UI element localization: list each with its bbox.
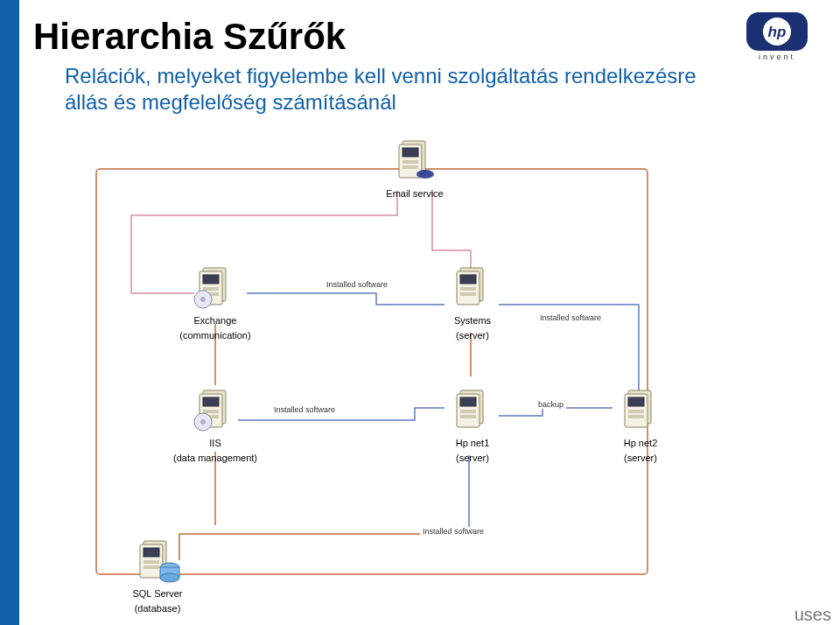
node-hpnet1: Hp net1 (server) <box>411 385 534 464</box>
node-exchange: Exchange (communication) <box>154 263 276 341</box>
left-bar <box>0 0 19 625</box>
node-label-1: Hp net2 <box>579 438 702 449</box>
hp-logo-subtext: invent <box>737 53 817 61</box>
bottom-cut-word: uses <box>794 605 831 625</box>
server-icon <box>448 385 497 434</box>
svg-point-28 <box>200 419 206 425</box>
svg-rect-12 <box>203 275 219 284</box>
svg-rect-3 <box>96 169 648 574</box>
svg-rect-41 <box>144 548 159 557</box>
hp-logo-block: hp invent <box>737 12 817 72</box>
node-sql: SQL Server (database) <box>96 536 219 614</box>
svg-text:hp: hp <box>768 24 787 40</box>
node-label-2: (communication) <box>154 330 276 341</box>
page-subtitle: Relációk, melyeket figyelembe kell venni… <box>65 63 730 116</box>
edge-label-installed-3: Installed software <box>271 405 338 414</box>
node-label-2: (data management) <box>154 453 276 464</box>
svg-rect-36 <box>628 397 644 406</box>
node-label-1: Exchange <box>154 315 276 327</box>
hp-logo-icon: hp <box>746 12 808 51</box>
server-icon <box>616 385 665 434</box>
node-hpnet2: Hp net2 (server) <box>579 385 702 464</box>
svg-rect-19 <box>460 275 476 284</box>
svg-point-16 <box>200 297 206 302</box>
node-label-1: IIS <box>154 438 276 449</box>
server-icon <box>448 263 497 312</box>
server-with-disc-icon <box>191 263 240 312</box>
svg-point-9 <box>416 170 434 179</box>
svg-rect-6 <box>402 148 418 157</box>
node-label-2: (database) <box>96 603 219 614</box>
svg-rect-7 <box>402 160 418 164</box>
node-label-1: Systems <box>411 315 534 327</box>
svg-rect-25 <box>203 410 219 413</box>
svg-rect-37 <box>628 410 644 413</box>
node-label-1: SQL Server <box>96 588 219 600</box>
svg-rect-42 <box>144 560 159 564</box>
svg-rect-33 <box>460 415 476 418</box>
node-iis: IIS (data management) <box>154 385 276 464</box>
edge-label-installed-1: Installed software <box>324 280 390 289</box>
node-label: Email service <box>354 188 476 200</box>
node-systems: Systems (server) <box>411 263 534 341</box>
svg-rect-24 <box>203 397 219 406</box>
svg-rect-31 <box>460 397 476 406</box>
edge-label-backup: backup <box>536 400 566 409</box>
svg-rect-43 <box>144 565 159 569</box>
edge-label-installed-2: Installed software <box>537 313 604 322</box>
server-with-db-icon <box>130 536 186 585</box>
svg-rect-21 <box>460 292 476 296</box>
svg-rect-8 <box>402 165 418 169</box>
server-with-disc-icon <box>191 385 240 434</box>
svg-rect-20 <box>460 287 476 291</box>
node-label-2: (server) <box>411 330 534 341</box>
svg-rect-32 <box>460 410 476 413</box>
node-label-2: (server) <box>579 453 702 464</box>
svg-rect-38 <box>628 415 644 418</box>
node-label-2: (server) <box>411 453 534 464</box>
node-label-1: Hp net1 <box>411 438 534 449</box>
server-icon <box>390 136 439 185</box>
svg-point-46 <box>160 573 179 582</box>
edge-label-installed-5: Installed software <box>420 527 486 536</box>
page-title: Hierarchia Szűrők <box>33 16 346 58</box>
svg-rect-13 <box>203 287 219 291</box>
node-email-service: Email service <box>354 136 476 200</box>
